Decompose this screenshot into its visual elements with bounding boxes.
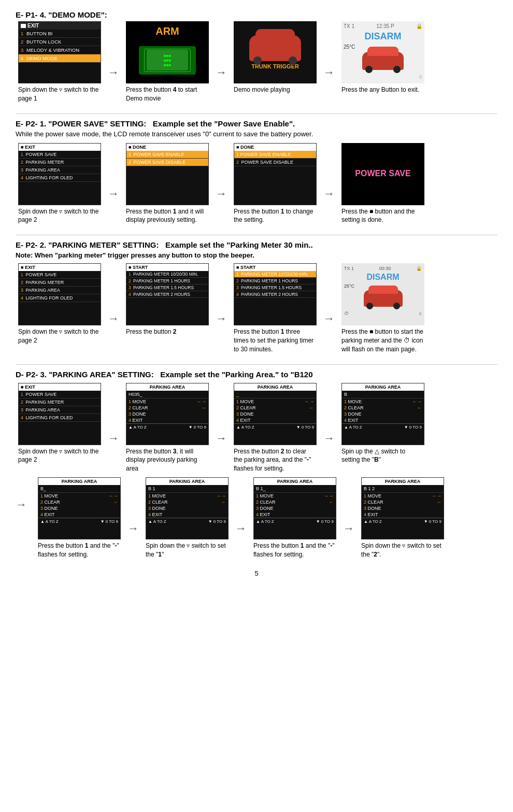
arrow-pa-1: →	[108, 411, 119, 445]
screen-pa-menu: ■ EXIT 1 POWER SAVE 2 PARKING METER 3 PA…	[18, 383, 101, 445]
steps-row-ps: ■ EXIT 1 POWER SAVE 2 PARKING METER 3 PA…	[16, 143, 497, 225]
tx1-label-2: TX 1	[344, 266, 354, 271]
subtitle-bold-ps: Example set the "Power Save Enable".	[153, 119, 295, 128]
caption-6-pa: Spin down the ▿ switch to set the "1"	[146, 542, 229, 559]
start-header-2: ■ START	[234, 264, 316, 271]
arrow-pa-5: →	[127, 501, 139, 535]
pm-item-4: 4 LIGHTING FOR OLED	[19, 294, 101, 302]
pa-exit-8: 4 EXIT	[362, 511, 444, 518]
arrow-2: →	[216, 45, 227, 79]
arrow-ps-1: →	[108, 166, 119, 201]
screen-menu-ps: ■ EXIT 1 POWER SAVE 2 PARKING METER 3 PA…	[18, 143, 101, 205]
pm-item-1: 1 POWER SAVE	[19, 271, 101, 279]
menu-item-1: 1 BUTTON BI	[19, 30, 101, 38]
screen-power-save-done: POWER SAVE	[341, 143, 424, 205]
step-1-ps: ■ EXIT 1 POWER SAVE 2 PARKING METER 3 PA…	[16, 143, 104, 225]
pm-time-2b: 2 PARKING METER 1 HOURS	[234, 278, 316, 284]
ps-item-3: 3 PARKING AREA	[19, 166, 101, 174]
caption-1-ps: Spin down the ▿ switch to the page 2	[18, 207, 101, 225]
step-5-pa: PARKING AREA B_ 1 MOVE←→ 2 CLEAR← 3 DONE…	[35, 477, 123, 559]
step-2-demo: ARM ■■■■■■■■■ Press the button 4 to star…	[123, 21, 211, 103]
arm-text: ARM	[155, 25, 179, 37]
pa-input-b1: B 1	[146, 485, 228, 493]
section-e-p1-4: E- P1- 4. "DEMO MODE": EXIT 1 BUTTON BI …	[16, 10, 497, 103]
tx1-time: 12:35 P	[376, 23, 394, 29]
pa-exit-5: 4 EXIT	[38, 511, 120, 518]
menu-item-3: 3 MELODY & VIBRATION	[19, 46, 101, 54]
pa-exit-6: 4 EXIT	[146, 511, 228, 518]
pa-exit: 4 EXIT	[126, 417, 208, 423]
pa-item-1: 1 POWER SAVE	[19, 391, 101, 398]
arrow-pa-7: →	[343, 501, 354, 535]
pa-bottom-az-3: ▲ A TO Z ▼ 0 TO 9	[342, 423, 424, 431]
arrow-row2-start: →	[16, 477, 31, 511]
pa-menu-header: ■ EXIT	[19, 383, 101, 391]
pa-move-2: 1 MOVE←→	[234, 398, 316, 405]
caption-4-demo: Press the any Button to exit.	[341, 86, 424, 94]
done-header-1: ■ DONE	[126, 144, 208, 151]
pa-move-5: 1 MOVE←→	[38, 493, 120, 499]
screen-pa-b-: PARKING AREA B_ 1 MOVE←→ 2 CLEAR← 3 DONE…	[38, 477, 121, 539]
pa-clear-5: 2 CLEAR←	[38, 499, 120, 505]
pa-input-b1-: B 1_	[254, 485, 336, 493]
steps-row-pa-2: → PARKING AREA B_ 1 MOVE←→ 2 CLEAR← 3 DO…	[16, 477, 497, 559]
step-4-ps: POWER SAVE Press the ■ button and the se…	[339, 143, 427, 225]
section-e-p2-2: E- P2- 2. "PARKING METER" SETTING: Examp…	[16, 240, 497, 353]
arrow-1: →	[108, 45, 119, 79]
caption-2-pm: Press the button 2	[126, 327, 209, 336]
arrow-3: →	[323, 45, 335, 79]
caption-3-pa: Press the button 2 to clear the parking …	[234, 447, 317, 473]
screen-tx1-disarm: TX 1 12:35 P 🔒 DISARM 25°C ♫	[341, 21, 424, 83]
screen-pa-b1-: PARKING AREA B 1_ 1 MOVE←→ 2 CLEAR← 3 DO…	[253, 477, 336, 539]
divider-1	[16, 113, 497, 114]
arrow-pa-6: →	[235, 501, 247, 535]
pa-bottom-az-7: ▲ A TO Z ▼ 0 TO 9	[254, 518, 336, 525]
arrow-pm-1: →	[108, 291, 119, 325]
pa-done-6: 3 DONE	[146, 505, 228, 511]
screen-exit-menu: EXIT 1 BUTTON BI 2 BUTTON LOCK 3 MELODY …	[18, 21, 101, 83]
pa-bottom-az-2: ▲ A TO Z ▼ 0 TO 9	[234, 423, 316, 431]
page-number: 5	[16, 569, 497, 577]
pm-time-2: 2 PARKING METER 1 HOURS	[126, 278, 208, 284]
ps-enable-2: 1 POWER SAVE ENABLE	[234, 151, 316, 159]
caption-8-pa: Spin down the ▿ switch to set the "2".	[361, 542, 444, 559]
screen-pa-b12: PARKING AREA B 1 2 1 MOVE←→ 2 CLEAR← 3 D…	[361, 477, 444, 539]
disarm-2: DISARM	[344, 273, 422, 282]
caption-1-demo: Spin down the ▿ switch to the page 1	[18, 86, 101, 103]
step-3-ps: ■ DONE 1 POWER SAVE ENABLE 2 POWER SAVE …	[231, 143, 319, 225]
step-3-pa: PARKING AREA _ 1 MOVE←→ 2 CLEAR← 3 DONE …	[231, 383, 319, 473]
pa-clear: 2 CLEAR←	[126, 405, 208, 411]
screen-arm: ARM ■■■■■■■■■	[126, 21, 209, 83]
caption-3-pm: Press the button 1 three times to set th…	[234, 327, 317, 353]
clock-icon: ⏱	[344, 311, 349, 316]
ps-enable: 1 POWER SAVE ENABLE	[126, 151, 208, 159]
pa-exit-3: 4 EXIT	[342, 417, 424, 423]
ps-disable-2: 2 POWER SAVE DISABLE	[234, 159, 316, 166]
pa-bottom-az-8: ▲ A TO Z ▼ 0 TO 9	[362, 518, 444, 525]
pa-header-b-: PARKING AREA	[38, 478, 120, 485]
step-4-demo: TX 1 12:35 P 🔒 DISARM 25°C ♫ Press the a…	[339, 21, 427, 94]
pa-item-4: 4 LIGHTING FOR OLED	[19, 414, 101, 422]
step-1-pm: ■ EXIT 1 POWER SAVE 2 PARKING METER 3 PA…	[16, 263, 104, 345]
screen-start-parking-sel: ■ START 1 PARKING METER 107/20/30 MIN. 2…	[234, 263, 317, 325]
ps-item-1: 1 POWER SAVE	[19, 151, 101, 159]
screen-pm-menu: ■ EXIT 1 POWER SAVE 2 PARKING METER 3 PA…	[18, 263, 101, 325]
pa-clear-3: 2 CLEAR←	[342, 405, 424, 411]
caption-2-pa: Press the button 3, it will display prev…	[126, 447, 209, 473]
pa-input: H035_	[126, 391, 208, 398]
pa-input-b-: B_	[38, 485, 120, 493]
pa-header-b1-: PARKING AREA	[254, 478, 336, 485]
screen-trunk: TRUNK TRIGGER	[234, 21, 317, 83]
ps-item-4: 4 LIGHTING FOR OLED	[19, 174, 101, 182]
step-2-pm: ■ START 1 PARKING METER 10/20/30 MIN. 2 …	[123, 263, 211, 336]
screen-header: EXIT	[19, 22, 101, 30]
pa-header-b12: PARKING AREA	[362, 478, 444, 485]
pm-note: Note: When "parking meter" trigger press…	[16, 251, 497, 259]
step-6-pa: PARKING AREA B 1 1 MOVE←→ 2 CLEAR← 3 DON…	[143, 477, 231, 559]
lock-icon-2: 🔒	[416, 266, 422, 271]
start-header: ■ START	[126, 264, 208, 271]
pa-clear-7: 2 CLEAR←	[254, 499, 336, 505]
pa-bottom-az: ▲ A TO Z ▼ 0 TO 9	[126, 423, 208, 431]
pm-subtitle-bold: Example set the "Parking Meter 30 min..	[165, 240, 313, 249]
arrow-pa-3: →	[323, 411, 335, 445]
